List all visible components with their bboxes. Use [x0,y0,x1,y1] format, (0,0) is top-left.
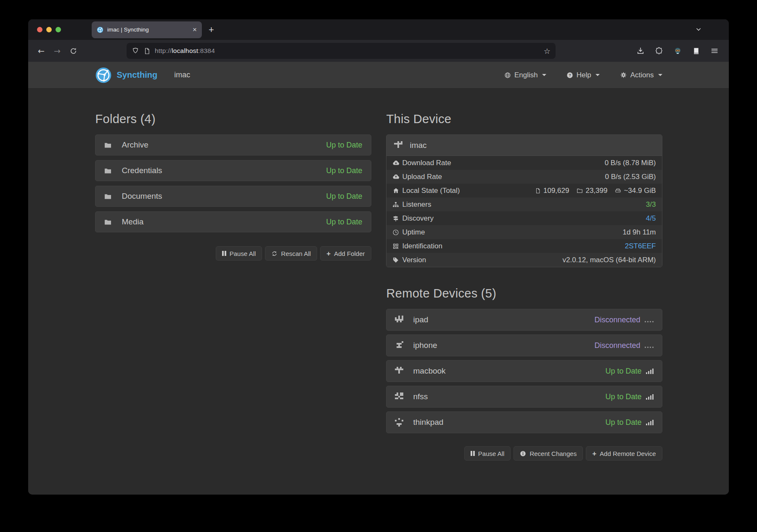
folder-name: Media [122,217,144,226]
help-menu[interactable]: ? Help [566,71,600,79]
row-label: Discovery [402,214,434,223]
caret-down-icon [542,74,546,76]
folder-icon [104,167,112,175]
version-row: Version v2.0.12, macOS (64-bit ARM) [386,253,662,267]
row-value: 3/3 [646,200,656,209]
syncthing-page: Syncthing imac English [28,62,729,495]
add-folder-label: Add Folder [334,250,365,257]
folder-row-documents[interactable]: Documents Up to Date [95,186,371,207]
device-status: Up to Date [605,418,653,427]
zoom-window-button[interactable] [56,27,61,32]
shield-icon[interactable] [132,47,139,55]
identification-row: Identification 2ST6EEF [386,239,662,253]
pause-all-devices-button[interactable]: Pause All [464,446,511,461]
reload-icon [69,47,77,55]
signal-bars-icon [646,419,654,425]
minimize-window-button[interactable] [46,27,52,32]
puzzle-piece-icon [655,47,663,55]
actions-menu[interactable]: Actions [620,71,662,79]
signal-bars-icon [646,368,654,374]
url-port: :8384 [198,47,215,54]
cloud-download-icon [392,159,400,166]
row-value: v2.0.12, macOS (64-bit ARM) [562,256,656,264]
url-bar[interactable]: http://localhost:8384 ☆ [127,43,556,59]
close-window-button[interactable] [37,27,42,32]
add-remote-device-button[interactable]: + Add Remote Device [586,446,662,461]
device-row-thinkpad[interactable]: thinkpad Up to Date [386,411,662,433]
clock-icon [392,229,399,236]
syncthing-favicon [97,26,103,33]
downloads-button[interactable] [634,47,647,55]
question-circle-icon: ? [566,72,573,79]
tab-close-icon[interactable]: × [193,26,197,33]
reader-view-button[interactable] [689,47,703,55]
recent-changes-button[interactable]: Recent Changes [513,446,583,461]
signal-bars-icon [646,394,654,400]
this-device-header[interactable]: imac [386,135,662,156]
device-row-macbook[interactable]: macbook Up to Date [386,360,662,382]
row-label: Identification [402,242,442,250]
upload-rate-row: Upload Rate 0 B/s (2.53 GiB) [386,170,662,184]
device-row-nfss[interactable]: nfss Up to Date [386,386,662,408]
info-circle-icon [520,450,526,457]
device-id-link[interactable]: 2ST6EEF [625,242,656,250]
row-label: Uptime [402,228,425,237]
folder-icon [104,192,112,200]
forward-button[interactable]: → [49,46,65,55]
document-icon [692,47,700,55]
add-folder-button[interactable]: + Add Folder [320,246,371,261]
this-device-panel: imac Download Rate 0 B/s (8.78 MiB) [386,134,662,267]
brand-name[interactable]: Syncthing [117,70,158,80]
signal-none-icon [645,342,654,348]
device-name: macbook [413,366,446,376]
refresh-icon [271,250,278,257]
folder-row-credentials[interactable]: Credentials Up to Date [95,160,371,181]
row-value: 1d 9h 11m [622,228,656,237]
add-remote-device-label: Add Remote Device [600,450,656,457]
gear-icon [620,71,627,79]
device-row-iphone[interactable]: iphone Disconnected [386,334,662,356]
download-rate-row: Download Rate 0 B/s (8.78 MiB) [386,156,662,170]
folder-status: Up to Date [326,192,362,201]
device-identicon [395,367,403,375]
pause-icon [471,451,472,456]
device-name: thinkpad [413,418,444,427]
discovery-row: Discovery 4/5 [386,211,662,225]
extensions-button[interactable] [652,47,666,55]
bookmark-star-icon[interactable]: ☆ [544,47,551,55]
uptime-row: Uptime 1d 9h 11m [386,225,662,239]
language-menu[interactable]: English [504,71,546,79]
folder-row-archive[interactable]: Archive Up to Date [95,134,371,155]
hard-drive-icon [615,187,621,194]
cloud-upload-icon [392,173,400,180]
local-files-count: 109,629 [543,187,569,195]
device-identicon [395,392,403,401]
pause-all-label: Pause All [230,250,256,257]
folder-row-media[interactable]: Media Up to Date [95,211,371,232]
device-status: Disconnected [594,316,653,324]
page-info-icon[interactable] [143,47,151,55]
globe-icon [504,72,511,79]
privacy-badger-extension-button[interactable] [671,47,684,55]
list-all-tabs-chevron-icon[interactable] [694,25,703,34]
row-label: Download Rate [402,159,451,167]
folder-icon [104,218,112,226]
device-name: iphone [413,341,437,350]
folder-icon [104,141,112,149]
browser-tab[interactable]: imac | Syncthing × [92,21,202,38]
badger-face-icon [673,47,682,55]
syncthing-logo[interactable] [95,67,112,84]
main-content: Folders (4) Archive Up to Date Credentia… [95,88,662,495]
folder-name: Documents [122,192,162,201]
new-tab-button[interactable]: + [209,25,214,34]
rescan-all-button[interactable]: Rescan All [265,246,317,261]
menu-button[interactable] [708,47,721,55]
device-identicon [395,418,403,427]
back-button[interactable]: ← [33,46,49,55]
reload-button[interactable] [65,47,81,55]
toolbar-right-icons [634,47,721,55]
pause-icon [222,251,224,256]
pause-all-folders-button[interactable]: Pause All [216,246,262,261]
device-row-ipad[interactable]: ipad Disconnected [386,309,662,331]
rescan-all-label: Rescan All [281,250,311,257]
